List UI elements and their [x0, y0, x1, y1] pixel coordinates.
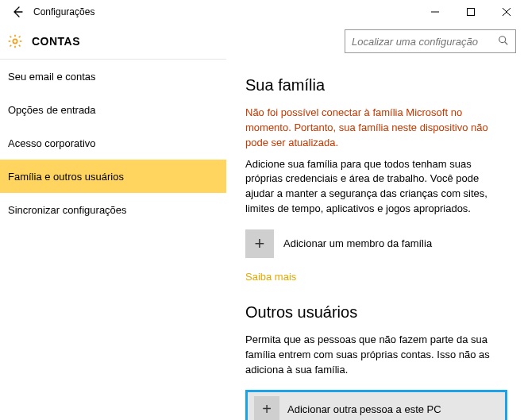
- back-arrow-icon: [11, 6, 24, 18]
- window-title: Configurações: [33, 6, 94, 17]
- search-icon: [498, 35, 509, 48]
- close-button[interactable]: [488, 0, 524, 24]
- svg-line-9: [10, 37, 12, 38]
- plus-icon: +: [245, 229, 274, 258]
- svg-point-4: [13, 39, 17, 43]
- back-button[interactable]: [6, 1, 29, 23]
- add-other-user-button[interactable]: + Adicionar outra pessoa a este PC: [245, 390, 507, 420]
- sidebar-item-work-access[interactable]: Acesso corporativo: [0, 126, 226, 160]
- svg-line-12: [19, 37, 21, 38]
- search-box[interactable]: [345, 29, 516, 53]
- sidebar-item-email-accounts[interactable]: Seu email e contas: [0, 60, 226, 93]
- window-controls: [417, 0, 524, 24]
- close-icon: [503, 8, 511, 16]
- sidebar: Seu email e contas Opções de entrada Ace…: [0, 59, 226, 420]
- family-heading: Sua família: [245, 76, 510, 94]
- titlebar: Configurações: [0, 0, 524, 24]
- page-title: CONTAS: [32, 35, 80, 48]
- svg-point-13: [499, 36, 506, 42]
- plus-icon: +: [254, 396, 279, 420]
- other-users-description: Permita que as pessoas que não fazem par…: [245, 333, 510, 378]
- content: Seu email e contas Opções de entrada Ace…: [0, 59, 524, 420]
- maximize-button[interactable]: [453, 0, 488, 24]
- sidebar-item-sync-settings[interactable]: Sincronizar configurações: [0, 193, 226, 226]
- minimize-icon: [431, 8, 439, 16]
- family-description: Adicione sua família para que todos tenh…: [245, 157, 510, 217]
- add-family-member-label: Adicionar um membro da família: [283, 237, 432, 249]
- sidebar-item-label: Opções de entrada: [8, 104, 96, 116]
- sidebar-item-label: Família e outros usuários: [8, 171, 124, 183]
- other-users-heading: Outros usuários: [245, 303, 510, 322]
- svg-line-10: [19, 45, 21, 47]
- svg-line-14: [505, 41, 508, 44]
- add-other-user-label: Adicionar outra pessoa a este PC: [287, 403, 441, 415]
- family-error-text: Não foi possível conectar à família Micr…: [245, 106, 510, 151]
- sidebar-item-label: Seu email e contas: [8, 71, 96, 83]
- learn-more-link[interactable]: Saiba mais: [245, 271, 296, 283]
- svg-line-11: [10, 45, 12, 47]
- settings-gear-icon: [6, 33, 24, 50]
- header-row: CONTAS: [0, 24, 524, 59]
- sidebar-item-label: Sincronizar configurações: [8, 204, 127, 216]
- maximize-icon: [467, 8, 475, 16]
- main-panel: Sua família Não foi possível conectar à …: [226, 59, 524, 420]
- search-input[interactable]: [352, 36, 498, 48]
- sidebar-item-family-other-users[interactable]: Família e outros usuários: [0, 160, 226, 193]
- sidebar-item-label: Acesso corporativo: [8, 137, 96, 149]
- minimize-button[interactable]: [417, 0, 453, 24]
- add-family-member-button[interactable]: + Adicionar um membro da família: [245, 229, 510, 258]
- sidebar-item-signin-options[interactable]: Opções de entrada: [0, 93, 226, 126]
- svg-rect-1: [467, 9, 474, 16]
